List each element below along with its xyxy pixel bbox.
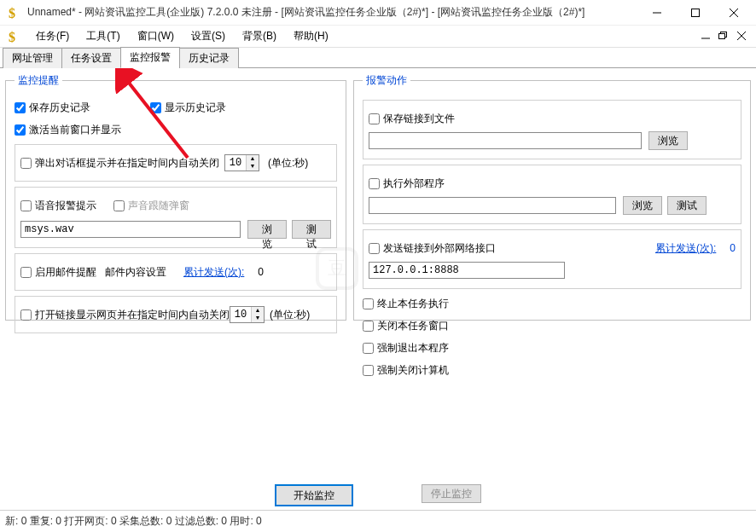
mail-settings-label: 邮件内容设置 (105, 265, 166, 280)
save-link-file-checkbox[interactable]: 保存链接到文件 (369, 112, 455, 126)
app-icon: $ (9, 6, 22, 20)
save-history-checkbox[interactable]: 保存历史记录 (15, 101, 90, 115)
app-icon-small: $ (9, 30, 22, 43)
mail-send-count-value: 0 (258, 266, 264, 278)
save-link-browse-button[interactable]: 浏览 (648, 131, 688, 150)
activate-window-checkbox[interactable]: 激活当前窗口并显示 (15, 123, 121, 137)
force-shutdown-checkbox[interactable]: 强制关闭计算机 (363, 363, 449, 378)
start-monitor-button[interactable]: 开始监控 (275, 484, 353, 506)
minimize-button[interactable] (637, 1, 676, 25)
external-address-input[interactable] (369, 262, 565, 279)
maximize-button[interactable] (676, 1, 714, 25)
unit-seconds-label-2: (单位:秒) (270, 308, 310, 322)
save-link-file-input[interactable] (369, 132, 642, 149)
stop-task-checkbox[interactable]: 终止本任务执行 (363, 297, 449, 311)
ext-send-count-value: 0 (730, 242, 736, 254)
svg-rect-6 (719, 33, 725, 38)
tab-history[interactable]: 历史记录 (179, 48, 239, 68)
mdi-minimize-button[interactable] (700, 29, 712, 44)
sound-follow-checkbox[interactable]: 声音跟随弹窗 (113, 199, 189, 213)
monitor-reminder-group: 监控提醒 保存历史记录 显示历史记录 激活当前窗口并显示 弹出对话框提示并在指定… (5, 73, 346, 321)
open-link-seconds-spinner[interactable]: ▲▼ (230, 306, 265, 323)
ext-send-count-link[interactable]: 累计发送(次): (655, 241, 716, 256)
mail-send-count-link[interactable]: 累计发送(次): (183, 265, 244, 280)
tab-monitor-alarm[interactable]: 监控报警 (120, 47, 180, 68)
tab-task-settings[interactable]: 任务设置 (61, 48, 121, 68)
close-button[interactable] (714, 1, 753, 25)
enable-mail-checkbox[interactable]: 启用邮件提醒 (20, 265, 96, 280)
window-title: Unnamed* - 网站资讯监控工具(企业版) 7.2.0.0 未注册 - [… (27, 5, 637, 20)
mdi-close-button[interactable] (736, 29, 747, 44)
sound-browse-button[interactable]: 浏览 (247, 220, 287, 239)
stop-monitor-button[interactable]: 停止监控 (422, 484, 481, 503)
sound-test-button[interactable]: 测试 (292, 220, 331, 239)
menu-background[interactable]: 背景(B) (234, 26, 285, 46)
force-exit-checkbox[interactable]: 强制退出本程序 (363, 341, 449, 356)
exec-test-button[interactable]: 测试 (667, 196, 707, 215)
menu-task[interactable]: 任务(F) (27, 26, 78, 46)
menu-window[interactable]: 窗口(W) (129, 26, 183, 46)
exec-external-input[interactable] (369, 197, 616, 214)
exec-browse-button[interactable]: 浏览 (623, 196, 662, 215)
voice-alarm-checkbox[interactable]: 语音报警提示 (20, 199, 96, 213)
svg-rect-1 (691, 9, 699, 16)
alarm-action-group: 报警动作 保存链接到文件 浏览 执行外部程序 (353, 73, 751, 321)
menu-help[interactable]: 帮助(H) (285, 26, 337, 46)
send-link-external-checkbox[interactable]: 发送链接到外部网络接口 (369, 241, 496, 256)
monitor-reminder-legend: 监控提醒 (15, 73, 62, 88)
exec-external-checkbox[interactable]: 执行外部程序 (369, 176, 445, 191)
popup-close-checkbox[interactable]: 弹出对话框提示并在指定时间内自动关闭 (20, 156, 219, 171)
menu-settings[interactable]: 设置(S) (183, 26, 234, 46)
unit-seconds-label: (单位:秒) (268, 156, 308, 171)
mdi-restore-button[interactable] (717, 29, 730, 44)
menu-tools[interactable]: 工具(T) (78, 26, 128, 46)
sound-file-input[interactable] (20, 221, 241, 238)
close-window-checkbox[interactable]: 关闭本任务窗口 (363, 319, 449, 333)
status-bar: 新: 0 重复: 0 打开网页: 0 采集总数: 0 过滤总数: 0 用时: 0 (0, 510, 756, 532)
tab-url-manage[interactable]: 网址管理 (3, 48, 62, 68)
alarm-action-legend: 报警动作 (363, 73, 410, 88)
popup-seconds-spinner[interactable]: ▲▼ (224, 154, 259, 171)
open-link-close-checkbox[interactable]: 打开链接显示网页并在指定时间内自动关闭 (20, 308, 230, 322)
show-history-checkbox[interactable]: 显示历史记录 (150, 101, 226, 115)
